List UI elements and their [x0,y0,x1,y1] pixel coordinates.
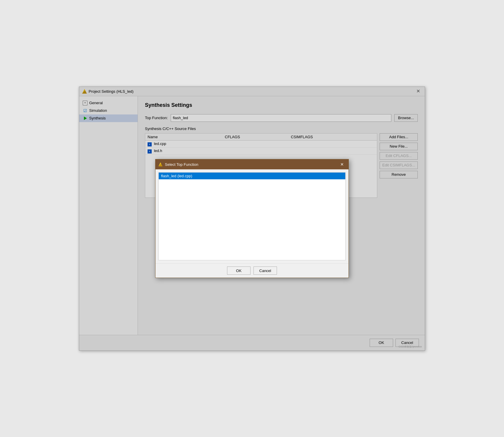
modal-app-icon [158,162,163,166]
modal-cancel-button[interactable]: Cancel [253,266,277,275]
modal-function-list[interactable]: flash_led (led.cpp) [158,172,346,260]
modal-title-left: Select Top Function [158,162,198,167]
modal-window: Select Top Function ✕ flash_led (led.cpp… [155,159,349,278]
modal-body: flash_led (led.cpp) [155,169,349,263]
modal-footer: OK Cancel [155,263,349,278]
modal-title-bar: Select Top Function ✕ [155,159,349,169]
modal-overlay: Select Top Function ✕ flash_led (led.cpp… [79,87,425,350]
modal-close-button[interactable]: ✕ [339,161,346,167]
modal-ok-button[interactable]: OK [227,266,251,275]
main-window: Project Settings (HLS_led) ✕ ≡ General ☑… [79,87,425,351]
modal-title-text: Select Top Function [165,162,198,167]
list-item[interactable]: flash_led (led.cpp) [159,173,345,179]
